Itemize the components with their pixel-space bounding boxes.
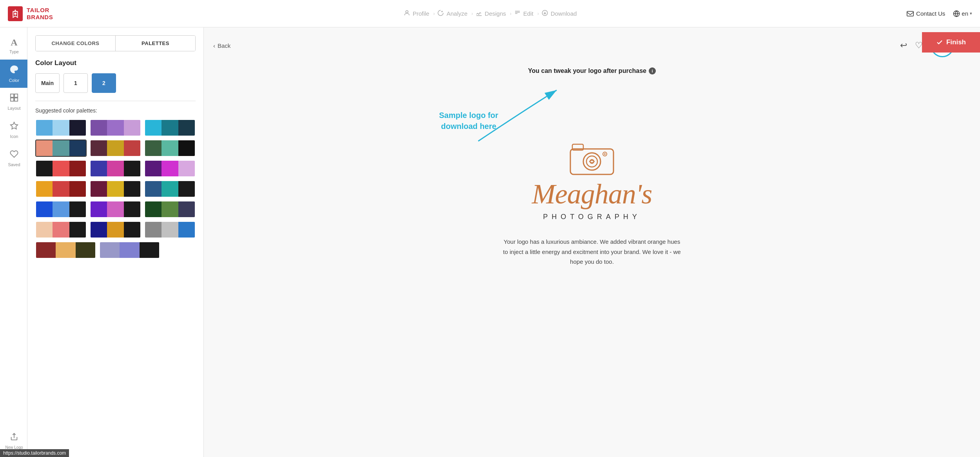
nav-step-download[interactable]: Download bbox=[541, 9, 577, 18]
download-icon bbox=[541, 9, 548, 18]
finish-button[interactable]: Finish bbox=[922, 32, 980, 53]
main-header: TAILOR BRANDS Profile › Analyze › Design… bbox=[0, 0, 980, 27]
lang-chevron-icon: ▾ bbox=[970, 11, 972, 16]
palette-2[interactable] bbox=[90, 119, 141, 136]
nav-step-analyze[interactable]: Analyze › bbox=[437, 9, 473, 18]
palette-17[interactable] bbox=[90, 221, 141, 238]
panel-tabs: CHANGE COLORS PALETTES bbox=[35, 35, 196, 51]
sidebar-item-type[interactable]: A Type bbox=[0, 31, 27, 60]
saved-icon bbox=[10, 150, 18, 161]
palette-row-6 bbox=[35, 221, 196, 238]
canvas-content: You can tweak your logo after purchase i… bbox=[204, 63, 980, 283]
contact-us-link[interactable]: Contact Us bbox=[907, 10, 945, 17]
palette-14[interactable] bbox=[90, 201, 141, 218]
palette-19[interactable] bbox=[35, 241, 96, 259]
palette-10[interactable] bbox=[35, 180, 87, 198]
layout-icon bbox=[10, 93, 18, 104]
tab-palettes[interactable]: PALETTES bbox=[115, 36, 195, 51]
svg-marker-17 bbox=[11, 122, 18, 129]
new-logo-icon bbox=[10, 433, 18, 444]
palette-row-3 bbox=[35, 160, 196, 177]
palette-11[interactable] bbox=[90, 180, 141, 198]
logo-description: Your logo has a luxurious ambiance. We a… bbox=[502, 237, 682, 267]
palette-row-5 bbox=[35, 201, 196, 218]
svg-rect-16 bbox=[15, 98, 18, 101]
palette-8[interactable] bbox=[90, 160, 141, 177]
edit-chevron: › bbox=[537, 11, 539, 16]
canvas-area: ‹ Back ↩ ♡ Finish bbox=[204, 27, 980, 457]
color-panel: CHANGE COLORS PALETTES Color Layout Main… bbox=[27, 27, 204, 457]
profile-icon bbox=[403, 9, 410, 18]
info-icon: i bbox=[649, 67, 656, 74]
main-layout: A Type Color Layout Icon bbox=[0, 27, 980, 457]
palette-16[interactable] bbox=[35, 221, 87, 238]
palette-row-2 bbox=[35, 140, 196, 157]
undo-icon[interactable]: ↩ bbox=[900, 40, 907, 51]
canvas-toolbar: ‹ Back ↩ ♡ Finish bbox=[204, 27, 980, 63]
icon-sidebar: A Type Color Layout Icon bbox=[0, 27, 27, 457]
designs-icon bbox=[475, 9, 483, 18]
palette-5[interactable] bbox=[90, 140, 141, 157]
annotation-area: Sample logo for download here bbox=[416, 78, 768, 157]
analyze-chevron: › bbox=[472, 11, 473, 16]
svg-point-10 bbox=[11, 69, 13, 70]
palette-6[interactable] bbox=[144, 140, 196, 157]
color-layout-title: Color Layout bbox=[35, 59, 196, 67]
tweak-notice: You can tweak your logo after purchase i bbox=[528, 67, 656, 74]
svg-point-11 bbox=[13, 67, 14, 68]
layout-option-1[interactable]: 1 bbox=[64, 73, 88, 93]
layout-options: Main 1 2 bbox=[35, 73, 196, 93]
svg-rect-8 bbox=[907, 11, 914, 16]
logo-tagline: PHOTOGRAPHY bbox=[543, 213, 641, 221]
palette-13[interactable] bbox=[35, 201, 87, 218]
url-bar: https://studio.tailorbrands.com bbox=[0, 449, 69, 457]
panel-divider bbox=[35, 101, 196, 101]
palette-1[interactable] bbox=[35, 119, 87, 136]
layout-option-2[interactable]: 2 bbox=[92, 73, 116, 93]
sidebar-item-layout[interactable]: Layout bbox=[0, 88, 27, 116]
layout-option-main[interactable]: Main bbox=[35, 73, 60, 93]
palette-row-7 bbox=[35, 241, 196, 259]
icon-icon bbox=[10, 122, 18, 132]
logo-business-name: Meaghan's bbox=[532, 178, 652, 210]
palette-12[interactable] bbox=[144, 180, 196, 198]
svg-point-29 bbox=[586, 156, 597, 167]
sidebar-item-saved[interactable]: Saved bbox=[0, 144, 27, 172]
analyze-icon bbox=[437, 9, 444, 18]
svg-point-12 bbox=[15, 67, 16, 68]
profile-chevron: › bbox=[433, 11, 435, 16]
brand-logo[interactable]: TAILOR BRANDS bbox=[8, 6, 86, 21]
tab-change-colors[interactable]: CHANGE COLORS bbox=[36, 36, 115, 51]
palette-3[interactable] bbox=[144, 119, 196, 136]
sidebar-item-color[interactable]: Color bbox=[0, 60, 27, 88]
svg-point-2 bbox=[406, 11, 408, 13]
arrow-annotation bbox=[455, 78, 580, 149]
palettes-grid bbox=[35, 119, 196, 259]
suggested-palettes-title: Suggested color palettes: bbox=[35, 107, 196, 114]
palette-15[interactable] bbox=[144, 201, 196, 218]
nav-steps: Profile › Analyze › Designs › Edit › bbox=[86, 9, 894, 18]
tailor-brands-icon bbox=[8, 6, 23, 21]
svg-rect-14 bbox=[15, 94, 18, 97]
palette-7[interactable] bbox=[35, 160, 87, 177]
edit-icon bbox=[514, 9, 521, 18]
color-icon bbox=[9, 65, 19, 76]
back-button[interactable]: ‹ Back bbox=[213, 42, 230, 49]
svg-rect-15 bbox=[11, 98, 14, 101]
nav-step-edit[interactable]: Edit › bbox=[514, 9, 539, 18]
palette-9[interactable] bbox=[144, 160, 196, 177]
back-arrow-icon: ‹ bbox=[213, 42, 215, 49]
type-icon: A bbox=[11, 37, 17, 48]
nav-step-designs[interactable]: Designs › bbox=[475, 9, 512, 18]
sidebar-item-icon[interactable]: Icon bbox=[0, 116, 27, 144]
designs-chevron: › bbox=[510, 11, 512, 16]
nav-step-profile[interactable]: Profile › bbox=[403, 9, 435, 18]
svg-point-1 bbox=[14, 13, 16, 15]
email-icon bbox=[907, 11, 914, 16]
checkmark-icon bbox=[936, 39, 943, 46]
palette-4-selected[interactable] bbox=[35, 140, 87, 157]
header-right: Contact Us en ▾ bbox=[894, 10, 972, 17]
language-selector[interactable]: en ▾ bbox=[953, 10, 972, 17]
palette-20[interactable] bbox=[99, 241, 160, 259]
palette-18[interactable] bbox=[144, 221, 196, 238]
